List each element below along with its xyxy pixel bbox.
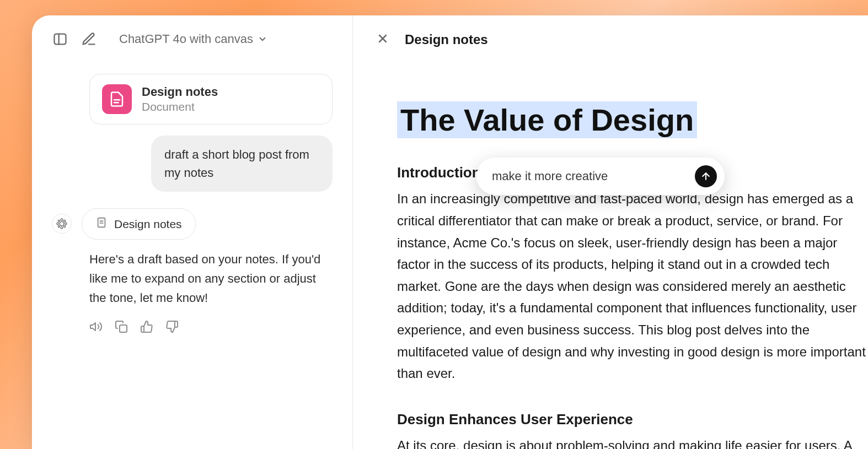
svg-marker-16	[90, 323, 95, 331]
send-button[interactable]	[695, 165, 717, 187]
thumbs-down-icon[interactable]	[165, 320, 179, 336]
model-label: ChatGPT 4o with canvas	[119, 32, 253, 46]
svg-rect-17	[120, 325, 127, 332]
document-icon	[102, 84, 132, 114]
canvas-title: Design notes	[405, 32, 488, 47]
chat-pane: ChatGPT 4o with canvas Design notes Docu…	[32, 15, 353, 449]
inline-prompt	[476, 158, 725, 195]
top-bar: ChatGPT 4o with canvas	[32, 31, 352, 47]
section-heading-2[interactable]: Design Enhances User Experience	[397, 411, 868, 428]
svg-point-9	[58, 220, 60, 221]
canvas-pane: Design notes The Value of Design Introdu…	[353, 15, 868, 449]
svg-point-4	[60, 221, 63, 225]
document-outline-icon	[95, 217, 108, 231]
canvas-header: Design notes	[353, 15, 868, 64]
inline-prompt-input[interactable]	[492, 169, 695, 183]
assistant-row: Design notes	[52, 208, 333, 240]
user-message: draft a short blog post from my notes	[151, 136, 333, 192]
svg-point-6	[61, 227, 63, 229]
attachment-title: Design notes	[142, 85, 218, 99]
close-icon[interactable]	[376, 32, 389, 47]
document-content[interactable]: The Value of Design Introduction In an i…	[353, 64, 868, 449]
svg-point-11	[58, 225, 60, 227]
copy-icon[interactable]	[115, 320, 128, 336]
svg-point-5	[61, 219, 63, 221]
attachment-card[interactable]: Design notes Document	[89, 74, 333, 125]
svg-point-12	[63, 225, 65, 227]
canvas-chip[interactable]: Design notes	[82, 208, 196, 240]
section-body-1[interactable]: In an increasingly competitive and fast-…	[397, 188, 868, 384]
svg-rect-0	[55, 34, 66, 45]
svg-point-10	[63, 220, 65, 221]
canvas-chip-label: Design notes	[114, 218, 182, 231]
assistant-message: Here's a draft based on your notes. If y…	[89, 250, 333, 308]
message-actions	[89, 320, 333, 336]
assistant-avatar-icon	[52, 214, 72, 234]
document-heading[interactable]: The Value of Design	[397, 101, 697, 138]
chevron-down-icon	[258, 34, 267, 44]
sidebar-toggle-icon[interactable]	[52, 31, 68, 47]
attachment-subtitle: Document	[142, 100, 218, 113]
section-body-2[interactable]: At its core, design is about problem-sol…	[397, 435, 868, 449]
arrow-up-icon	[700, 171, 711, 182]
svg-point-7	[57, 223, 59, 225]
app-window: ChatGPT 4o with canvas Design notes Docu…	[32, 15, 868, 449]
thumbs-up-icon[interactable]	[140, 320, 153, 336]
chat-area: Design notes Document draft a short blog…	[32, 74, 352, 449]
model-selector[interactable]: ChatGPT 4o with canvas	[119, 32, 267, 46]
svg-point-8	[65, 223, 67, 225]
read-aloud-icon[interactable]	[89, 320, 103, 336]
new-chat-icon[interactable]	[81, 31, 97, 47]
